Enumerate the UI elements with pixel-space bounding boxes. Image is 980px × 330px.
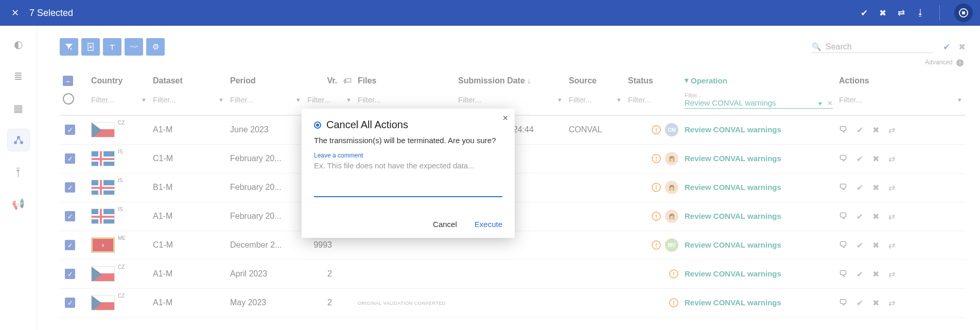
dialog-comment-input[interactable] [314,161,502,197]
dialog-execute-button[interactable]: Execute [475,220,502,229]
topbar-actions: ✔ ✖ ⇄ ⭳ [861,0,973,26]
dialog-close-icon[interactable]: ✕ [502,114,509,122]
dialog-title: Cancel All Actions [326,119,408,131]
close-selection-icon[interactable]: ✕ [7,7,23,19]
dialog-radio-icon [314,121,321,129]
cancel-all-actions-dialog: ✕ Cancel All Actions The transmission(s)… [302,109,515,238]
dialog-comment-label: Leave a comment [314,152,502,159]
approve-icon[interactable]: ✔ [861,8,868,19]
svg-rect-1 [962,11,965,14]
reject-icon[interactable]: ✖ [879,8,886,19]
dialog-cancel-button[interactable]: Cancel [433,220,457,229]
selection-top-bar: ✕ 7 Selected ✔ ✖ ⇄ ⭳ [0,0,980,26]
reassign-icon[interactable]: ⇄ [898,8,905,19]
selection-count-label: 7 Selected [29,8,73,19]
topbar-separator [939,5,940,21]
stop-all-button[interactable] [954,4,973,22]
download-icon[interactable]: ⭳ [916,8,925,18]
dialog-message: The transmission(s) will be terminated. … [314,136,502,145]
